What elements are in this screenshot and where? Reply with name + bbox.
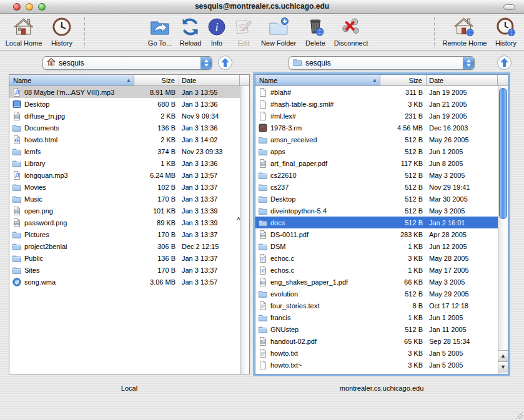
file-row[interactable]: DS-0011.pdf283 KBApr 28 2005 [255,228,498,240]
remote-home-button[interactable]: Remote Home [443,16,487,47]
file-date: Jan 3 13:57 [179,172,240,179]
scroll-down-arrow[interactable]: ▼ [498,361,508,373]
file-size: 136 B [134,124,179,132]
file-name: howto.txt~ [270,361,302,369]
title-bar[interactable]: sesquis@montrealer.cs.uchicago.edu [0,0,524,14]
remote-up-directory-button[interactable] [497,55,512,71]
local-scrollbar[interactable] [240,86,249,374]
column-header-size[interactable]: Size [134,75,179,85]
file-row[interactable]: Pictures170 BJan 3 13:37 [9,228,240,240]
file-name: amsn_received [270,136,317,144]
column-header-date[interactable]: Date [427,75,498,85]
file-row[interactable]: GNUstep512 BJan 11 2005 [255,323,498,335]
file-row[interactable]: lemfs374 BNov 23 09:33 [9,145,240,157]
folder-icon [258,325,268,335]
toolbar-separator [434,17,435,47]
column-header-name[interactable]: Name▲ [9,75,134,85]
image-icon [12,111,22,121]
file-row[interactable]: #blah#311 BJan 19 2005 [255,86,498,98]
file-row[interactable]: art_final_paper.pdf117 KBJun 8 2005 [255,157,498,169]
scroll-up-arrow[interactable]: ▲ [498,350,508,361]
file-row[interactable]: howto.html2 KBJan 3 14:02 [9,134,240,145]
local-history-button[interactable]: History [51,16,72,47]
file-row[interactable]: Movies102 BJan 3 13:37 [9,181,240,193]
textdoc-icon [258,301,268,311]
cfile-icon: c [258,253,268,263]
file-row[interactable]: Sites170 BJan 3 13:37 [9,264,240,276]
file-row[interactable]: docs512 BJan 2 16:01 [255,217,498,228]
pdf-icon [258,336,268,346]
file-row[interactable]: howto.txt3 KBJan 5 2005 [255,347,498,359]
file-row[interactable]: 1978-3.rm4.56 MBDec 16 2003 [255,122,498,134]
file-row[interactable]: howto.txt~3 KBJan 5 2005 [255,359,498,371]
file-row[interactable]: diveintopython-5.4512 BMay 3 2005 [255,205,498,217]
reload-button[interactable]: Reload [180,16,202,47]
file-row[interactable]: four_stories.text8 BOct 17 12:18 [255,300,498,311]
file-date: Jan 19 2005 [427,112,498,120]
file-row[interactable]: cs22610512 BMay 3 2005 [255,169,498,181]
file-row[interactable]: song.wma3.06 MBJan 3 13:57 [9,276,240,288]
file-row[interactable]: apps512 BJun 1 2005 [255,145,498,157]
file-row[interactable]: Library1 KBJan 3 13:36 [9,157,240,169]
scrollbar-thumb[interactable] [499,88,507,219]
pane-divider-caret[interactable]: ^ [237,217,240,223]
file-row[interactable]: eng_shakes_paper_1.pdf66 KBMay 3 2005 [255,276,498,288]
toolbar-button-label: History [51,39,72,47]
file-name: Library [24,160,46,167]
file-size: 8 B [380,302,427,310]
file-row[interactable]: evolution512 BMay 29 2005 [255,288,498,300]
file-row[interactable]: amsn_received512 BMay 26 2005 [255,134,498,145]
file-row[interactable]: Desktop680 BJan 3 13:36 [9,98,240,110]
delete-button[interactable]: Delete [305,16,326,47]
toolbar-button-label: New Folder [261,39,296,47]
file-row[interactable]: cechoc.c3 KBMay 28 2005 [255,252,498,264]
rm-icon [258,123,268,133]
file-row[interactable]: #hash-table-sig.sml#3 KBJan 21 2005 [255,98,498,110]
file-row[interactable]: project2benlai306 BDec 2 12:15 [9,240,240,252]
file-row[interactable]: #ml.lex#231 BJan 19 2005 [255,110,498,122]
remote-scrollbar[interactable]: ▲ ▼ [498,86,508,374]
file-size: 101 KB [134,207,179,215]
file-row[interactable]: Public136 BJan 3 13:37 [9,252,240,264]
remote-path-select[interactable]: sesquis [289,56,475,70]
file-name: Desktop [270,195,295,203]
column-header-name[interactable]: Name▲ [255,75,380,85]
file-row[interactable]: 08 Maybe I'm...ASY VIII).mp38.91 MBJan 3… [9,86,240,98]
file-row[interactable]: diffuse_tn.jpg2 KBNov 9 09:34 [9,110,240,122]
file-row[interactable]: open.png101 KBJan 3 13:39 [9,205,240,217]
local-up-directory-button[interactable] [217,55,233,71]
file-name: diffuse_tn.jpg [24,112,65,120]
new-folder-button[interactable]: New Folder [261,16,296,47]
file-row[interactable]: longquan.mp36.24 MBJan 3 13:57 [9,169,240,181]
column-header-date[interactable]: Date [179,75,240,85]
local-home-button[interactable]: Local Home [6,16,42,47]
file-row[interactable]: cs237512 BNov 29 19:41 [255,181,498,193]
file-row[interactable]: handout-02.pdf65 KBSep 28 15:34 [255,335,498,347]
file-row[interactable]: password.png89 KBJan 3 13:39 [9,217,240,228]
go-to-button[interactable]: Go To... [148,16,172,47]
file-row[interactable]: francis1 KBJun 1 2005 [255,311,498,323]
file-row[interactable]: DSM1 KBJun 12 2005 [255,240,498,252]
file-name: Pictures [24,231,49,238]
remote-history-button[interactable]: History [495,16,517,47]
file-name: song.wma [24,278,56,286]
disconnect-button[interactable]: Disconnect [334,16,368,47]
file-size: 2 KB [134,136,179,144]
toolbar-toggle-pill[interactable] [503,4,515,10]
file-row[interactable]: cechos.c1 KBMay 17 2005 [255,264,498,276]
file-row[interactable]: Music170 BJan 3 13:37 [9,193,240,205]
toolbar-separator [84,17,85,47]
file-date: Jan 3 14:02 [179,136,240,144]
file-name: cs237 [270,183,289,191]
info-button[interactable]: i Info [206,16,227,47]
file-date: May 3 2005 [427,278,498,286]
local-path-select[interactable]: sesquis [42,56,212,70]
resize-grip-icon[interactable] [515,411,523,419]
file-date: Jan 21 2005 [427,100,498,108]
file-row[interactable]: Desktop512 BMar 30 2005 [255,193,498,205]
file-size: 3 KB [380,255,427,262]
file-size: 1 KB [380,243,427,250]
sort-ascending-icon: ▲ [126,78,131,83]
column-header-size[interactable]: Size [380,75,427,85]
file-row[interactable]: Documents136 BJan 3 13:36 [9,122,240,134]
